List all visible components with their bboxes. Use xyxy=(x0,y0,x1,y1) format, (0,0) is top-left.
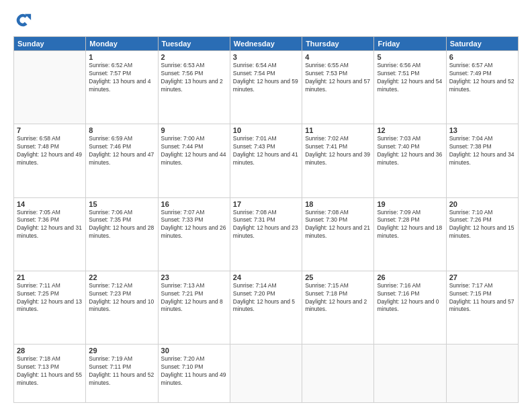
calendar-cell: 8Sunrise: 6:59 AMSunset: 7:46 PMDaylight… xyxy=(86,124,158,197)
day-info: Sunrise: 7:13 AMSunset: 7:21 PMDaylight:… xyxy=(161,282,227,314)
calendar-cell: 2Sunrise: 6:53 AMSunset: 7:56 PMDaylight… xyxy=(158,51,230,124)
day-info: Sunrise: 7:15 AMSunset: 7:18 PMDaylight:… xyxy=(305,282,371,314)
day-info: Sunrise: 7:18 AMSunset: 7:13 PMDaylight:… xyxy=(17,355,83,387)
calendar-cell: 21Sunrise: 7:11 AMSunset: 7:25 PMDayligh… xyxy=(14,271,86,344)
logo xyxy=(13,11,35,30)
calendar-cell: 20Sunrise: 7:10 AMSunset: 7:26 PMDayligh… xyxy=(446,197,518,271)
day-info: Sunrise: 7:11 AMSunset: 7:25 PMDaylight:… xyxy=(17,282,83,314)
day-number: 5 xyxy=(377,53,443,61)
day-number: 9 xyxy=(161,126,227,134)
day-info: Sunrise: 6:55 AMSunset: 7:53 PMDaylight:… xyxy=(305,62,371,94)
day-info: Sunrise: 6:52 AMSunset: 7:57 PMDaylight:… xyxy=(89,62,154,94)
day-number: 16 xyxy=(161,200,227,208)
calendar-header-wednesday: Wednesday xyxy=(230,37,302,51)
calendar-week-row-1: 1Sunrise: 6:52 AMSunset: 7:57 PMDaylight… xyxy=(14,51,519,124)
calendar-cell: 13Sunrise: 7:04 AMSunset: 7:38 PMDayligh… xyxy=(446,124,518,197)
calendar-header-sunday: Sunday xyxy=(14,37,86,51)
day-number: 10 xyxy=(233,126,299,134)
page: SundayMondayTuesdayWednesdayThursdayFrid… xyxy=(0,0,532,411)
day-number: 23 xyxy=(161,273,227,281)
header xyxy=(13,11,519,30)
day-number: 22 xyxy=(89,273,154,281)
calendar-cell: 6Sunrise: 6:57 AMSunset: 7:49 PMDaylight… xyxy=(446,51,518,124)
day-info: Sunrise: 7:03 AMSunset: 7:40 PMDaylight:… xyxy=(377,135,443,167)
day-number: 19 xyxy=(377,200,443,208)
calendar-cell: 23Sunrise: 7:13 AMSunset: 7:21 PMDayligh… xyxy=(158,271,230,344)
day-info: Sunrise: 7:06 AMSunset: 7:35 PMDaylight:… xyxy=(89,209,154,241)
day-info: Sunrise: 7:04 AMSunset: 7:38 PMDaylight:… xyxy=(449,135,515,167)
day-info: Sunrise: 6:54 AMSunset: 7:54 PMDaylight:… xyxy=(233,62,299,94)
day-info: Sunrise: 7:02 AMSunset: 7:41 PMDaylight:… xyxy=(305,135,371,167)
logo-icon xyxy=(13,11,32,30)
calendar-week-row-4: 21Sunrise: 7:11 AMSunset: 7:25 PMDayligh… xyxy=(14,271,519,344)
day-info: Sunrise: 7:01 AMSunset: 7:43 PMDaylight:… xyxy=(233,135,299,167)
day-info: Sunrise: 7:09 AMSunset: 7:28 PMDaylight:… xyxy=(377,209,443,241)
calendar-cell: 4Sunrise: 6:55 AMSunset: 7:53 PMDaylight… xyxy=(302,51,374,124)
day-number: 8 xyxy=(89,126,154,134)
calendar-cell: 22Sunrise: 7:12 AMSunset: 7:23 PMDayligh… xyxy=(86,271,158,344)
day-number: 28 xyxy=(17,347,83,355)
calendar-cell: 5Sunrise: 6:56 AMSunset: 7:51 PMDaylight… xyxy=(374,51,446,124)
day-info: Sunrise: 7:20 AMSunset: 7:10 PMDaylight:… xyxy=(161,355,227,387)
day-number: 24 xyxy=(233,273,299,281)
calendar-cell: 15Sunrise: 7:06 AMSunset: 7:35 PMDayligh… xyxy=(86,197,158,271)
calendar-table: SundayMondayTuesdayWednesdayThursdayFrid… xyxy=(13,36,519,403)
calendar-cell: 3Sunrise: 6:54 AMSunset: 7:54 PMDaylight… xyxy=(230,51,302,124)
calendar-week-row-2: 7Sunrise: 6:58 AMSunset: 7:48 PMDaylight… xyxy=(14,124,519,197)
day-info: Sunrise: 7:07 AMSunset: 7:33 PMDaylight:… xyxy=(161,209,227,241)
calendar-cell: 24Sunrise: 7:14 AMSunset: 7:20 PMDayligh… xyxy=(230,271,302,344)
day-number: 14 xyxy=(17,200,83,208)
day-number: 26 xyxy=(377,273,443,281)
day-number: 25 xyxy=(305,273,371,281)
day-info: Sunrise: 7:10 AMSunset: 7:26 PMDaylight:… xyxy=(449,209,515,241)
calendar-cell: 28Sunrise: 7:18 AMSunset: 7:13 PMDayligh… xyxy=(14,345,86,403)
day-info: Sunrise: 7:08 AMSunset: 7:31 PMDaylight:… xyxy=(233,209,299,241)
day-number: 2 xyxy=(161,53,227,61)
day-info: Sunrise: 7:05 AMSunset: 7:36 PMDaylight:… xyxy=(17,209,83,241)
calendar-cell xyxy=(446,345,518,403)
calendar-cell: 29Sunrise: 7:19 AMSunset: 7:11 PMDayligh… xyxy=(86,345,158,403)
day-number: 29 xyxy=(89,347,154,355)
calendar-cell: 14Sunrise: 7:05 AMSunset: 7:36 PMDayligh… xyxy=(14,197,86,271)
calendar-header-thursday: Thursday xyxy=(302,37,374,51)
calendar-header-tuesday: Tuesday xyxy=(158,37,230,51)
day-number: 20 xyxy=(449,200,515,208)
day-info: Sunrise: 7:14 AMSunset: 7:20 PMDaylight:… xyxy=(233,282,299,314)
calendar-cell: 10Sunrise: 7:01 AMSunset: 7:43 PMDayligh… xyxy=(230,124,302,197)
calendar-cell: 11Sunrise: 7:02 AMSunset: 7:41 PMDayligh… xyxy=(302,124,374,197)
day-info: Sunrise: 7:08 AMSunset: 7:30 PMDaylight:… xyxy=(305,209,371,241)
calendar-cell: 25Sunrise: 7:15 AMSunset: 7:18 PMDayligh… xyxy=(302,271,374,344)
calendar-cell: 26Sunrise: 7:16 AMSunset: 7:16 PMDayligh… xyxy=(374,271,446,344)
calendar-cell: 30Sunrise: 7:20 AMSunset: 7:10 PMDayligh… xyxy=(158,345,230,403)
calendar-header-row: SundayMondayTuesdayWednesdayThursdayFrid… xyxy=(14,37,519,51)
day-info: Sunrise: 6:58 AMSunset: 7:48 PMDaylight:… xyxy=(17,135,83,167)
calendar-cell: 19Sunrise: 7:09 AMSunset: 7:28 PMDayligh… xyxy=(374,197,446,271)
calendar-header-monday: Monday xyxy=(86,37,158,51)
calendar-cell xyxy=(302,345,374,403)
day-number: 6 xyxy=(449,53,515,61)
day-number: 12 xyxy=(377,126,443,134)
day-number: 7 xyxy=(17,126,83,134)
day-number: 11 xyxy=(305,126,371,134)
calendar-cell xyxy=(374,345,446,403)
day-info: Sunrise: 7:19 AMSunset: 7:11 PMDaylight:… xyxy=(89,355,154,387)
day-number: 1 xyxy=(89,53,154,61)
day-number: 21 xyxy=(17,273,83,281)
calendar-week-row-3: 14Sunrise: 7:05 AMSunset: 7:36 PMDayligh… xyxy=(14,197,519,271)
day-info: Sunrise: 7:00 AMSunset: 7:44 PMDaylight:… xyxy=(161,135,227,167)
day-number: 18 xyxy=(305,200,371,208)
day-number: 27 xyxy=(449,273,515,281)
day-number: 30 xyxy=(161,347,227,355)
calendar-cell xyxy=(230,345,302,403)
day-number: 3 xyxy=(233,53,299,61)
calendar-cell: 27Sunrise: 7:17 AMSunset: 7:15 PMDayligh… xyxy=(446,271,518,344)
day-info: Sunrise: 6:56 AMSunset: 7:51 PMDaylight:… xyxy=(377,62,443,94)
day-number: 17 xyxy=(233,200,299,208)
calendar-header-friday: Friday xyxy=(374,37,446,51)
calendar-cell: 1Sunrise: 6:52 AMSunset: 7:57 PMDaylight… xyxy=(86,51,158,124)
day-info: Sunrise: 6:59 AMSunset: 7:46 PMDaylight:… xyxy=(89,135,154,167)
calendar-cell xyxy=(14,51,86,124)
day-info: Sunrise: 7:17 AMSunset: 7:15 PMDaylight:… xyxy=(449,282,515,314)
calendar-cell: 9Sunrise: 7:00 AMSunset: 7:44 PMDaylight… xyxy=(158,124,230,197)
day-number: 4 xyxy=(305,53,371,61)
